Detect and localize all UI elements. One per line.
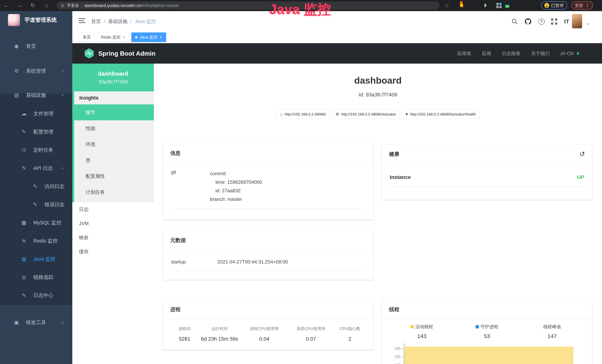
sba-link-wallboard[interactable]: 应用墙 — [457, 50, 471, 57]
legend-daemon-threads[interactable]: 守护进程 53 — [454, 324, 520, 339]
browser-menu-kebab-icon[interactable]: ⋮ — [585, 3, 590, 8]
home-icon: ◉ — [13, 43, 20, 49]
surprised-emoji-icon — [544, 3, 549, 8]
bookmark-star-icon[interactable]: ☆ — [445, 3, 449, 9]
sidebar-item-log-center[interactable]: ✎日志中心 — [0, 288, 72, 303]
cloud-upload-icon: ☁ — [21, 111, 27, 117]
sba-item-metrics[interactable]: 性能 — [74, 120, 154, 136]
sba-link-about[interactable]: 关于我们 — [531, 50, 550, 57]
sba-item-config-props[interactable]: 配置属性 — [74, 168, 154, 184]
extension-list-on-icon[interactable]: on — [508, 2, 514, 9]
tab-java-monitor[interactable]: Java 监控× — [131, 32, 166, 42]
sba-item-scheduled[interactable]: 计划任务 — [74, 184, 154, 200]
sidebar-item-infrastructure[interactable]: ▤基础设施 ∧ — [0, 87, 72, 103]
extension-pin-icon[interactable] — [472, 2, 478, 9]
breadcrumb-separator: / — [104, 19, 105, 24]
y-tick-100: 100 — [390, 363, 400, 364]
history-icon[interactable]: ↺ — [579, 151, 585, 157]
browser-forward-icon[interactable]: → — [15, 0, 24, 11]
info-key: git — [171, 169, 210, 203]
extension-puzzle-icon[interactable] — [531, 2, 538, 9]
avatar[interactable] — [572, 14, 582, 28]
sidebar-item-tracing[interactable]: ◎链路追踪 — [0, 270, 72, 285]
metadata-key: startup — [171, 259, 217, 265]
health-instance-row[interactable]: Instance UP — [390, 174, 584, 186]
process-card-title: 进程 — [170, 306, 181, 313]
spring-boot-admin-logo-icon — [84, 48, 95, 59]
sidebar-item-mysql-monitor[interactable]: ▦MySQL 监控 — [0, 215, 72, 230]
info-git-row: git commit: time: 1596289704000 id: 27aa… — [171, 169, 366, 209]
fullscreen-icon[interactable] — [549, 17, 559, 26]
not-secure-label[interactable]: 不安全 — [67, 3, 79, 8]
browser-home-icon[interactable]: ⌂ — [42, 0, 51, 11]
sidebar-item-file-management[interactable]: ☁文件管理 — [0, 106, 72, 121]
live-threads-swatch — [410, 325, 414, 328]
sba-group-label: Insights — [74, 91, 154, 104]
sba-item-classes[interactable]: 类 — [74, 152, 154, 168]
extension-grid-icon[interactable] — [496, 2, 502, 9]
tab-home[interactable]: 首页 — [79, 32, 95, 42]
not-secure-warning-icon[interactable]: ⚠ — [61, 3, 64, 8]
health-card-title: 健康 — [389, 150, 399, 158]
sba-item-mappings[interactable]: 映射 — [72, 230, 154, 245]
address-bar[interactable]: ⚠ 不安全 dashboard.yudao.iocoder.cn/infra/a… — [56, 1, 439, 10]
chevron-down-icon: ∨ — [576, 51, 580, 56]
sba-brand[interactable]: Spring Boot Admin — [84, 48, 155, 59]
locale-selector[interactable]: zh-CN ∨ — [560, 51, 580, 56]
browser-back-icon[interactable]: ← — [1, 0, 11, 11]
breadcrumb-infrastructure[interactable]: 基础设施 — [108, 18, 127, 25]
url-text[interactable]: dashboard.yudao.iocoder.cn/infra/admin-s… — [85, 3, 179, 8]
update-button[interactable]: 更新 ⋮ — [571, 1, 593, 10]
briefcase-icon: ▣ — [13, 320, 20, 325]
legend-live-threads[interactable]: 活动线程 143 — [390, 324, 454, 339]
sidebar-item-home[interactable]: ◉首页 — [0, 39, 72, 54]
update-button-label: 更新 — [575, 3, 583, 8]
service-url-chip[interactable]: ⌂ http://192.168.0.2:48080/ — [276, 110, 330, 119]
live-threads-area — [404, 347, 573, 364]
health-url-chip[interactable]: ♥ http://192.168.0.2:48080/actuator/heal… — [402, 110, 480, 119]
live-threads-value: 143 — [390, 333, 454, 339]
sidebar-item-system-management[interactable]: ⚙系统管理 ∨ — [0, 64, 72, 79]
sba-sidebar: dashboard 93a3fc7f7409 Insights 细节 性能 环境… — [72, 64, 154, 364]
sidebar-item-scheduled-tasks[interactable]: ◷定时任务 — [0, 142, 72, 158]
github-icon[interactable] — [523, 17, 533, 26]
sidebar-item-dev-tools[interactable]: ▣研发工具 ∨ — [0, 315, 72, 330]
extension-y-icon[interactable]: y — [484, 2, 490, 9]
extension-donut-icon[interactable] — [459, 2, 466, 9]
sidebar-item-redis-monitor[interactable]: ≋Redis 监控 — [0, 233, 72, 248]
close-icon[interactable]: × — [160, 35, 162, 40]
sba-item-logfile[interactable]: 日志 — [72, 202, 154, 216]
search-icon[interactable] — [510, 17, 519, 26]
browser-reload-icon[interactable]: ↻ — [28, 0, 37, 11]
metadata-value: 2021-04-27T00:44:31.254+08:00 — [217, 259, 288, 265]
extension-leaf-icon[interactable] — [520, 2, 527, 9]
sidebar-item-config-management[interactable]: ✎配置管理 — [0, 124, 72, 139]
tab-redis-monitor[interactable]: Redis 监控× — [97, 32, 129, 42]
sba-instance-header[interactable]: dashboard 93a3fc7f7409 — [72, 64, 154, 91]
health-card: 健康 ↺ Instance UP — [382, 145, 592, 200]
close-icon[interactable]: × — [123, 35, 125, 40]
help-icon[interactable]: ? — [537, 17, 546, 26]
avatar-caret-icon[interactable]: ▾ — [587, 22, 589, 26]
sba-item-details[interactable]: 细节 — [74, 104, 154, 120]
y-tick-120: 120 — [390, 354, 400, 359]
sba-item-caches[interactable]: 缓存 — [72, 245, 154, 259]
sidebar-item-access-logs[interactable]: ✎访问日志 — [0, 179, 72, 194]
actuator-url-chip[interactable]: ⚙ http://192.168.0.2:48080/actuator — [332, 110, 400, 119]
sba-item-environment[interactable]: 环境 — [74, 136, 154, 152]
sba-navbar: Spring Boot Admin 应用墙 应用 日志报表 关于我们 zh-CN… — [72, 43, 602, 64]
breadcrumb-home[interactable]: 首页 — [91, 18, 101, 25]
text-size-icon[interactable]: tT — [562, 17, 571, 26]
status-badge: UP — [577, 174, 584, 180]
sidebar-item-api-logs[interactable]: ✎API 日志 ∧ — [0, 161, 72, 176]
paused-badge[interactable]: 已暂停 — [541, 1, 567, 10]
sidebar-toggle-icon[interactable] — [79, 18, 86, 24]
sba-item-jvm[interactable]: JVM — [72, 216, 154, 230]
app-logo-row[interactable]: 芋道管理系统 — [0, 14, 72, 26]
annotation-java-monitor: Java 监控 — [269, 0, 331, 19]
sba-link-applications[interactable]: 应用 — [482, 50, 491, 57]
daemon-threads-swatch — [475, 325, 479, 328]
sidebar-item-error-logs[interactable]: ✎错误日志 — [0, 197, 72, 212]
sidebar-item-java-monitor[interactable]: ▥Java 监控 — [0, 251, 72, 267]
sba-link-journal[interactable]: 日志报表 — [502, 50, 520, 57]
